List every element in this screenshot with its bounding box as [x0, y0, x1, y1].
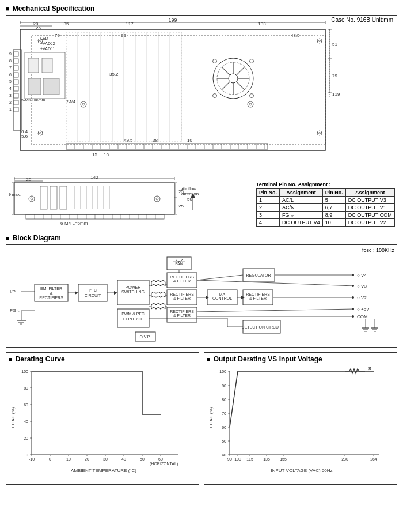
svg-text:○ +5V: ○ +5V [357, 307, 370, 312]
svg-text:230: 230 [341, 457, 348, 461]
table-row: 4 DC OUTPUT V4 10 DC OUTPUT V2 [257, 219, 395, 227]
svg-text:70: 70 [55, 33, 60, 38]
svg-text:& FILTER: & FILTER [173, 314, 191, 318]
svg-rect-27 [14, 73, 18, 77]
svg-point-248 [352, 274, 354, 276]
page: Mechanical Specification Case No. 916B U… [0, 0, 403, 489]
svg-rect-30 [14, 93, 18, 98]
svg-text:199: 199 [168, 18, 177, 23]
svg-text:RECTIFIERS: RECTIFIERS [170, 292, 194, 296]
svg-text:direction: direction [181, 191, 199, 197]
svg-rect-191 [78, 284, 107, 301]
pin-no: 2 [257, 204, 280, 212]
svg-rect-1 [32, 35, 325, 145]
svg-text:POWER: POWER [126, 285, 140, 289]
svg-point-106 [319, 133, 321, 134]
svg-text:& FILTER: & FILTER [173, 279, 191, 283]
svg-text:35: 35 [64, 21, 69, 27]
svg-text:INPUT VOLTAGE (VAC) 60Hz: INPUT VOLTAGE (VAC) 60Hz [271, 468, 333, 473]
svg-text:10: 10 [187, 138, 192, 143]
svg-rect-0 [20, 29, 325, 150]
svg-text:60: 60 [158, 457, 163, 461]
svg-text:O.V.P.: O.V.P. [139, 335, 150, 339]
svg-point-251 [352, 285, 354, 287]
output-derating-section: Output Derating VS Input Voltage LOAD (%… [204, 352, 397, 485]
svg-text:117: 117 [126, 21, 134, 27]
svg-text:PWM & PFC: PWM & PFC [121, 312, 145, 316]
svg-point-36 [82, 103, 85, 105]
svg-rect-110 [28, 78, 41, 95]
svg-text:65: 65 [121, 33, 126, 38]
svg-point-136 [154, 196, 160, 202]
svg-text:48.5: 48.5 [291, 33, 300, 38]
svg-text:ℜ: ℜ [368, 367, 371, 371]
pin-no: 6,7 [322, 204, 345, 212]
svg-point-38 [249, 103, 252, 105]
svg-text:Air flow: Air flow [181, 186, 196, 191]
svg-text:0: 0 [49, 457, 51, 461]
mechanical-top-drawing: 199 20 35 117 133 LED +VADJ2 +VADJ1 9 [9, 18, 389, 173]
derating-curve-title: Derating Curve [9, 355, 196, 363]
svg-text:6-M4 L=6mm: 6-M4 L=6mm [60, 221, 88, 226]
svg-text:COM: COM [357, 314, 368, 319]
pin-no: 4 [257, 219, 280, 227]
svg-text:-10: -10 [29, 457, 35, 461]
mechanical-side-drawing: 142 25 9 max. [9, 176, 256, 228]
svg-text:35.2: 35.2 [109, 71, 119, 77]
col-header-assign2: Assignment [345, 189, 394, 197]
svg-text:50: 50 [222, 439, 226, 443]
svg-text:○ V3: ○ V3 [357, 284, 367, 289]
svg-text:135: 135 [263, 457, 270, 461]
svg-text:49.5: 49.5 [124, 138, 133, 143]
mechanical-title: Mechanical Specification [6, 5, 397, 13]
svg-rect-32 [14, 107, 18, 112]
svg-point-51 [250, 59, 254, 63]
svg-text:& FILTER: & FILTER [173, 296, 191, 300]
svg-line-48 [237, 67, 245, 75]
block-diagram-title: Block Diagram [6, 234, 397, 242]
svg-point-103 [38, 131, 43, 135]
svg-rect-138 [40, 186, 47, 209]
svg-text:+VADJ1: +VADJ1 [40, 47, 55, 51]
svg-text:○ V4: ○ V4 [357, 273, 367, 278]
svg-text:EMI FILTER: EMI FILTER [40, 286, 62, 290]
svg-text:&: & [50, 291, 53, 295]
svg-line-250 [197, 280, 354, 286]
svg-text:5: 5 [9, 80, 12, 84]
svg-text:(HORIZONTAL): (HORIZONTAL) [150, 462, 178, 466]
svg-text:RECTIFIERS: RECTIFIERS [170, 310, 194, 314]
svg-text:40: 40 [24, 420, 28, 424]
svg-rect-24 [14, 52, 18, 56]
svg-text:REGULATOR: REGULATOR [246, 273, 271, 277]
block-diagram-svg: I/P ← FG ○ EMI FILTER & RECTIFIERS [9, 254, 394, 344]
svg-text:40: 40 [121, 457, 126, 461]
svg-text:AMBIENT TEMPERATURE (°C): AMBIENT TEMPERATURE (°C) [71, 468, 136, 473]
svg-text:○ V2: ○ V2 [357, 295, 367, 300]
bottom-row: Derating Curve LOAD (%) 0 20 40 60 80 [6, 352, 397, 485]
svg-point-134 [29, 196, 35, 202]
mechanical-section: Mechanical Specification Case No. 916B U… [6, 5, 397, 229]
svg-text:2: 2 [9, 100, 12, 104]
svg-text:6: 6 [9, 73, 12, 77]
pin-assign: DC OUTPUT V3 [345, 197, 394, 204]
svg-text:51: 51 [332, 41, 337, 47]
col-header-assign1: Assignment [280, 189, 323, 197]
svg-text:79: 79 [332, 73, 337, 78]
svg-point-52 [213, 94, 217, 98]
col-header-pin1: Pin No. [257, 189, 280, 197]
output-derating-svg: LOAD (%) 40 50 60 70 80 90 100 [207, 365, 388, 481]
svg-point-41 [229, 74, 238, 83]
pin-table: Pin No. Assignment Pin No. Assignment 1 … [256, 188, 395, 227]
svg-text:SWITCHING: SWITCHING [121, 290, 145, 294]
svg-text:I/P ←: I/P ← [10, 289, 21, 295]
pin-assign: DC OUTPUT V2 [345, 219, 394, 227]
derating-curve-svg: LOAD (%) 0 20 40 60 80 100 -10 [9, 365, 187, 481]
pin-no: 5 [322, 197, 345, 204]
svg-text:16: 16 [104, 152, 109, 157]
svg-text:70: 70 [222, 412, 226, 416]
pin-no: 1 [257, 197, 280, 204]
svg-text:90: 90 [222, 384, 226, 388]
svg-rect-25 [14, 59, 18, 63]
svg-text:CONTROL: CONTROL [212, 296, 232, 300]
col-header-pin2: Pin No. [322, 189, 345, 197]
